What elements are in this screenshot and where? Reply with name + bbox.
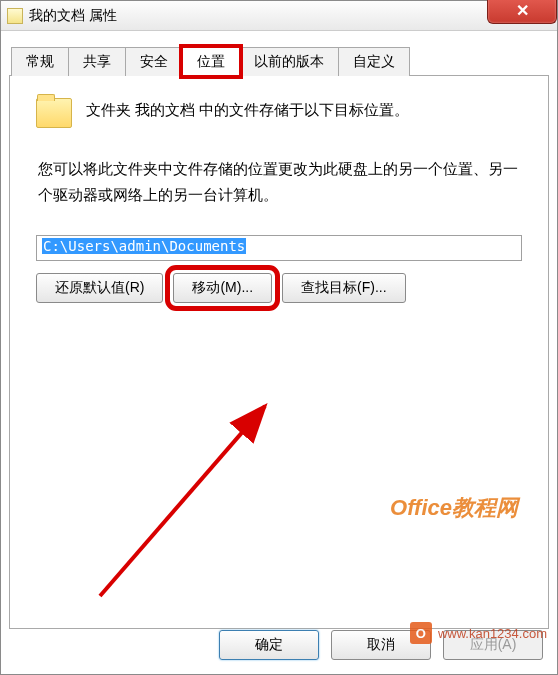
apply-button[interactable]: 应用(A) — [443, 630, 543, 660]
ok-button[interactable]: 确定 — [219, 630, 319, 660]
location-description-1: 文件夹 我的文档 中的文件存储于以下目标位置。 — [86, 96, 409, 123]
location-panel: 文件夹 我的文档 中的文件存储于以下目标位置。 您可以将此文件夹中文件存储的位置… — [9, 75, 549, 629]
restore-default-button[interactable]: 还原默认值(R) — [36, 273, 163, 303]
tab-strip: 常规 共享 安全 位置 以前的版本 自定义 — [11, 47, 549, 76]
tab-security[interactable]: 安全 — [125, 47, 183, 76]
find-target-button[interactable]: 查找目标(F)... — [282, 273, 406, 303]
folder-large-icon — [36, 98, 72, 128]
tab-previous-versions[interactable]: 以前的版本 — [239, 47, 339, 76]
path-value: C:\Users\admin\Documents — [42, 238, 246, 254]
tab-customize[interactable]: 自定义 — [338, 47, 410, 76]
annotation-arrow — [70, 366, 310, 616]
path-input[interactable]: C:\Users\admin\Documents — [36, 235, 522, 261]
titlebar: 我的文档 属性 — [1, 1, 557, 31]
watermark-text: Office教程网 — [390, 493, 518, 523]
dialog-button-row: 确定 取消 应用(A) — [219, 630, 543, 660]
window-title: 我的文档 属性 — [29, 7, 117, 25]
move-button[interactable]: 移动(M)... — [173, 273, 272, 303]
properties-dialog: 我的文档 属性 常规 共享 安全 位置 以前的版本 自定义 文件夹 我的文档 中… — [0, 0, 558, 675]
tab-sharing[interactable]: 共享 — [68, 47, 126, 76]
svg-line-1 — [100, 406, 265, 596]
tab-general[interactable]: 常规 — [11, 47, 69, 76]
close-button[interactable] — [487, 0, 557, 24]
location-description-2: 您可以将此文件夹中文件存储的位置更改为此硬盘上的另一个位置、另一个驱动器或网络上… — [36, 156, 522, 207]
cancel-button[interactable]: 取消 — [331, 630, 431, 660]
folder-icon — [7, 8, 23, 24]
tab-location[interactable]: 位置 — [182, 47, 240, 76]
